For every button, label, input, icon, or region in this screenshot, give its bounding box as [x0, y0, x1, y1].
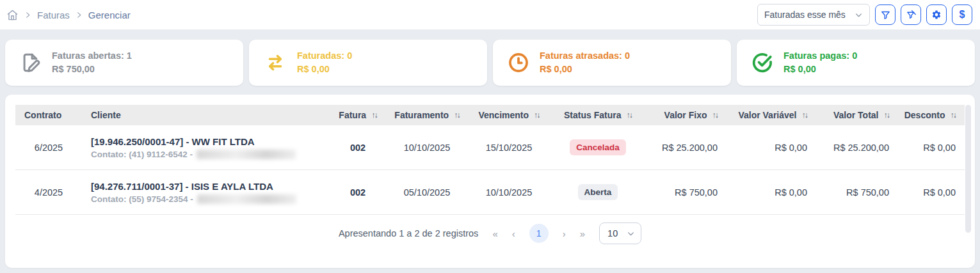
sort-icon[interactable]: ↑↓ — [884, 111, 890, 120]
cell-vencimento: 15/10/2025 — [468, 143, 550, 153]
cell-valor-total: R$ 25.200,00 — [811, 143, 893, 153]
cell-fatura: 002 — [330, 187, 386, 198]
table-header-row: Contrato Cliente Fatura ↑↓ Faturamento ↑… — [15, 105, 965, 125]
first-page-button[interactable]: « — [492, 228, 497, 239]
cell-status: Cancelada — [550, 139, 646, 155]
sort-icon[interactable]: ↑↓ — [712, 111, 718, 120]
cell-contrato: 6/2025 — [15, 143, 82, 153]
table-row[interactable]: 6/2025 [19.946.250/0001-47] - WW FIT LTD… — [15, 125, 965, 170]
home-icon[interactable] — [6, 9, 19, 21]
cell-vencimento: 10/10/2025 — [468, 187, 550, 198]
card-faturas-atrasadas: Faturas atrasadas: 0 R$ 0,00 — [493, 40, 731, 86]
cell-desconto: R$ 0,00 — [893, 143, 965, 153]
current-page-button[interactable]: 1 — [529, 224, 549, 243]
chevron-down-icon — [627, 230, 635, 238]
cell-cliente: [94.276.711/0001-37] - ISIS E AYLA LTDA … — [82, 181, 330, 204]
cell-faturamento: 10/10/2025 — [386, 143, 468, 153]
card-faturas-abertas: Faturas abertas: 1 R$ 750,00 — [5, 40, 243, 86]
cell-valor-variavel: R$ 0,00 — [721, 187, 811, 198]
status-badge: Cancelada — [570, 139, 626, 155]
column-header-faturamento[interactable]: Faturamento ↑↓ — [386, 110, 468, 120]
cell-valor-fixo: R$ 25.200,00 — [646, 143, 721, 153]
column-header-cliente[interactable]: Cliente — [82, 110, 330, 120]
card-label: Faturas abertas: 1 — [52, 49, 132, 63]
summary-cards: Faturas abertas: 1 R$ 750,00 Faturadas: … — [0, 29, 980, 86]
column-header-desconto[interactable]: Desconto ↑↓ — [893, 110, 965, 120]
previous-page-button[interactable]: ‹ — [512, 228, 515, 239]
filter-button[interactable] — [875, 4, 896, 25]
funnel-icon — [880, 10, 891, 20]
client-contact: Contato: (41) 9112-6542 - — [91, 150, 193, 159]
column-header-valor-variavel[interactable]: Valor Variável ↑↓ — [721, 110, 811, 120]
table-row[interactable]: 4/2025 [94.276.711/0001-37] - ISIS E AYL… — [15, 170, 965, 215]
next-page-button[interactable]: › — [563, 228, 566, 239]
period-filter-select[interactable]: Faturadas esse mês — [757, 4, 870, 26]
cell-valor-total: R$ 750,00 — [811, 187, 893, 198]
breadcrumb-item-faturas[interactable]: Faturas — [37, 10, 70, 20]
transfer-arrows-icon — [263, 52, 287, 74]
client-name: [19.946.250/0001-47] - WW FIT LTDA — [91, 136, 330, 147]
column-header-fatura[interactable]: Fatura ↑↓ — [330, 110, 386, 120]
cell-valor-fixo: R$ 750,00 — [646, 187, 721, 198]
redacted-contact-info — [197, 194, 296, 204]
table-scrollbar[interactable] — [965, 105, 971, 233]
cell-desconto: R$ 0,00 — [893, 187, 965, 198]
card-label: Faturas pagas: 0 — [783, 49, 857, 63]
column-header-vencimento[interactable]: Vencimento ↑↓ — [468, 110, 550, 120]
dollar-icon: $ — [960, 9, 965, 20]
breadcrumb-item-gerenciar[interactable]: Gerenciar — [88, 10, 131, 20]
cell-fatura: 002 — [330, 143, 386, 153]
last-page-button[interactable]: » — [580, 228, 585, 239]
gear-icon — [931, 10, 942, 20]
card-value: R$ 0,00 — [540, 63, 630, 76]
settings-button[interactable] — [926, 4, 947, 25]
chevron-down-icon — [855, 11, 863, 19]
card-value: R$ 750,00 — [52, 63, 132, 76]
card-faturas-pagas: Faturas pagas: 0 R$ 0,00 — [737, 40, 975, 86]
column-header-status-fatura[interactable]: Status Fatura ↑↓ — [550, 110, 646, 120]
sort-icon[interactable]: ↑↓ — [626, 111, 632, 120]
billing-button[interactable]: $ — [952, 4, 972, 25]
sort-icon[interactable]: ↑↓ — [454, 111, 460, 120]
card-faturadas: Faturadas: 0 R$ 0,00 — [249, 40, 487, 86]
cell-cliente: [19.946.250/0001-47] - WW FIT LTDA Conta… — [82, 136, 330, 159]
table-body: 6/2025 [19.946.250/0001-47] - WW FIT LTD… — [15, 125, 965, 215]
check-circle-icon — [751, 51, 774, 74]
sort-icon[interactable]: ↑↓ — [951, 111, 956, 120]
sort-icon[interactable]: ↑↓ — [802, 111, 808, 120]
sort-icon[interactable]: ↑↓ — [371, 111, 377, 120]
page-size-select[interactable]: 10 — [599, 222, 641, 244]
pagination: Apresentando 1 a 2 de 2 registros « ‹ 1 … — [15, 222, 965, 244]
page-size-value: 10 — [607, 228, 618, 238]
period-filter-value: Faturadas esse mês — [764, 10, 846, 20]
clear-filter-button[interactable] — [901, 4, 921, 25]
topbar: Faturas Gerenciar Faturadas esse mês — [0, 0, 980, 29]
card-value: R$ 0,00 — [783, 63, 857, 76]
redacted-contact-info — [197, 150, 296, 159]
cell-valor-variavel: R$ 0,00 — [721, 143, 811, 153]
client-name: [94.276.711/0001-37] - ISIS E AYLA LTDA — [91, 181, 330, 192]
chevron-right-icon — [24, 12, 31, 19]
clock-icon — [507, 51, 530, 74]
column-header-contrato[interactable]: Contrato — [15, 110, 82, 120]
pagination-summary: Apresentando 1 a 2 de 2 registros — [339, 228, 478, 238]
invoices-table-card: Contrato Cliente Fatura ↑↓ Faturamento ↑… — [5, 95, 975, 268]
funnel-slash-icon — [906, 10, 917, 20]
status-badge: Aberta — [578, 184, 618, 200]
sort-icon[interactable]: ↑↓ — [534, 111, 540, 120]
breadcrumb: Faturas Gerenciar — [6, 9, 131, 21]
card-label: Faturadas: 0 — [297, 49, 352, 63]
cell-faturamento: 05/10/2025 — [386, 187, 468, 198]
document-edit-icon — [19, 51, 42, 74]
client-contact: Contato: (55) 9754-2354 - — [91, 194, 193, 204]
chevron-right-icon — [76, 12, 83, 19]
card-label: Faturas atrasadas: 0 — [540, 49, 630, 63]
card-value: R$ 0,00 — [297, 63, 352, 76]
column-header-valor-fixo[interactable]: Valor Fixo ↑↓ — [646, 110, 721, 120]
cell-status: Aberta — [550, 184, 646, 200]
cell-contrato: 4/2025 — [15, 187, 82, 198]
column-header-valor-total[interactable]: Valor Total ↑↓ — [811, 110, 893, 120]
